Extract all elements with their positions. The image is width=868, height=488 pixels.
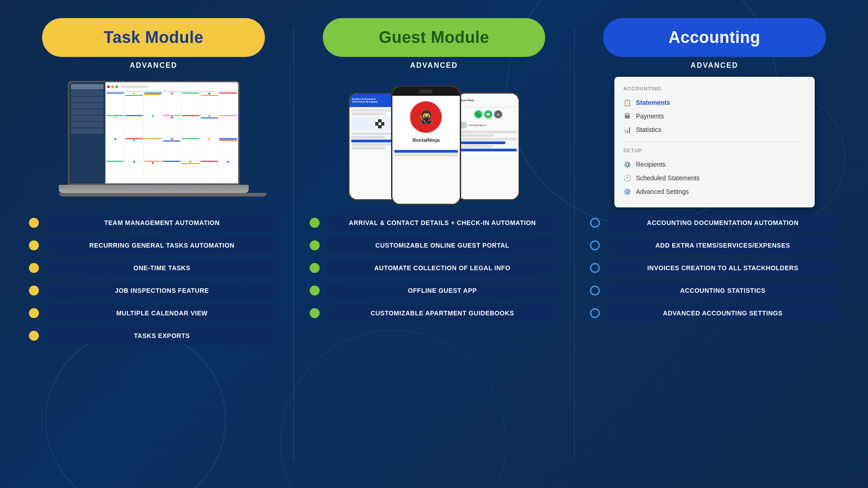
phone-right: Boat Tiffanie 📞 💬 M The Ninja Agency (457, 92, 520, 201)
acc-menu-advanced: ⚙️ Advanced Settings (623, 185, 806, 198)
cal-cell (181, 115, 200, 137)
feature-dot-3 (29, 263, 39, 273)
icon-phone: 📞 (474, 110, 482, 118)
acc-feature-bar-3: INVOICES CREATION TO ALL STACKHOLDERS (607, 259, 839, 277)
cal-sidebar-item (71, 97, 104, 102)
accounting-section2-title: SETUP (623, 148, 806, 153)
acc-feature-dot-3 (590, 263, 600, 273)
feature-dot-4 (29, 286, 39, 296)
guest-module-screenshot: Detalles de Entrada &Información de Lleg… (316, 79, 552, 205)
acc-feature-item-5: ADVANCED ACCOUNTING SETTINGS (590, 305, 839, 322)
feature-dot-6 (29, 331, 39, 341)
task-module-badge: Task Module (42, 18, 264, 57)
advanced-icon: ⚙️ (623, 188, 632, 196)
acc-menu-scheduled: 🕐 Scheduled Statements (623, 171, 806, 185)
guest-module-features: ARRIVAL & CONTACT DETAILS + CHECK-IN AUT… (310, 214, 558, 322)
icon-chat: 💬 (484, 110, 492, 118)
cal-main (105, 82, 238, 183)
task-module-screenshot (36, 79, 271, 205)
phone-left-header-text: Detalles de Entrada &Información de Lleg… (352, 98, 377, 103)
phone-center-notch (392, 87, 460, 96)
notch (419, 89, 433, 93)
cal-cell (162, 92, 181, 114)
cal-cell (125, 92, 143, 114)
acc-payments-label: Payments (636, 113, 664, 120)
cal-cell (144, 115, 162, 137)
phone-qr-code (375, 119, 384, 128)
laptop-base-bottom (59, 193, 267, 197)
phone-line (351, 136, 386, 139)
cal-cell (200, 160, 219, 183)
phone-line-blue (460, 149, 517, 151)
task-module-features: TEAM MANAGEMENT AUTOMATION RECURRING GEN… (29, 214, 278, 344)
acc-menu-payments: 🏛 Payments (623, 109, 806, 123)
acc-scheduled-label: Scheduled Statements (636, 174, 700, 182)
feature-bar-2: RECURRING GENERAL TASKS AUTOMATION (46, 237, 278, 254)
phone-line (460, 145, 494, 148)
cal-sidebar-item (71, 128, 104, 134)
ninja-logo: 🥷 (410, 101, 442, 133)
guest-feature-bar-5: CUSTOMIZABLE APARTMENT GUIDEBOOKS (326, 305, 558, 322)
cal-cell (144, 160, 162, 183)
guest-feature-label-5: CUSTOMIZABLE APARTMENT GUIDEBOOKS (371, 310, 514, 317)
acc-feature-label-1: ACCOUNTING DOCUMENTATION AUTOMATION (647, 219, 799, 226)
guest-feature-item-4: OFFLINE GUEST APP (310, 282, 558, 299)
guest-feature-bar-3: AUTOMATE COLLECTION OF LEGAL INFO (326, 259, 558, 277)
acc-feature-bar-5: ADVANCED ACCOUNTING SETTINGS (607, 305, 839, 322)
acc-feature-item-3: INVOICES CREATION TO ALL STACKHOLDERS (590, 259, 839, 277)
phone-right-header: Boat Tiffanie (458, 94, 519, 107)
phone-right-title: Boat Tiffanie (461, 99, 474, 102)
guest-module-advanced: ADVANCED (410, 61, 458, 70)
acc-divider (623, 142, 806, 142)
phone-line-blue (394, 150, 458, 153)
acc-feature-bar-2: ADD EXTRA ITEMS/SERVICES/EXPENSES (607, 237, 839, 254)
acc-feature-dot-4 (590, 286, 600, 296)
cal-cell (125, 160, 143, 183)
guest-feature-dot-5 (310, 308, 320, 318)
payments-icon: 🏛 (623, 112, 632, 120)
accounting-badge: Accounting (603, 18, 826, 57)
feature-label-6: TASKS EXPORTS (134, 332, 190, 339)
cal-cell (200, 92, 219, 114)
column-accounting: Accounting ADVANCED ACCOUNTING 📋 Stateme… (584, 18, 845, 470)
guest-feature-item-1: ARRIVAL & CONTACT DETAILS + CHECK-IN AUT… (310, 214, 558, 231)
acc-feature-label-5: ADVANCED ACCOUNTING SETTINGS (663, 310, 783, 317)
calendar-ui (69, 82, 238, 183)
acc-statements-label: Statements (636, 99, 670, 106)
guest-feature-dot-1 (310, 218, 320, 228)
cal-sidebar (69, 82, 105, 183)
phone-line (351, 113, 386, 115)
cal-header (105, 82, 238, 91)
cal-cell (181, 138, 200, 160)
feature-bar-4: JOB INSPECTIONS FEATURE (46, 282, 278, 299)
phone-right-screen: Boat Tiffanie 📞 💬 M The Ninja Agency (458, 94, 519, 199)
phone-right-body: 📞 💬 M The Ninja Agency (458, 107, 519, 199)
cal-grid (105, 91, 238, 183)
guest-module-badge: Guest Module (323, 18, 545, 57)
cal-dot-yellow (111, 85, 114, 88)
cal-cell (219, 138, 237, 160)
guest-feature-bar-1: ARRIVAL & CONTACT DETAILS + CHECK-IN AUT… (326, 214, 558, 231)
phone-center-body (392, 148, 460, 204)
cal-sidebar-item (71, 116, 104, 121)
feature-dot-1 (29, 218, 39, 228)
cal-sidebar-item (71, 109, 104, 115)
guest-feature-dot-2 (310, 240, 320, 250)
cal-sidebar-item (71, 103, 104, 108)
cal-cell (181, 92, 200, 114)
acc-advanced-label: Advanced Settings (636, 188, 689, 195)
guest-feature-bar-2: CUSTOMIZABLE ONLINE GUEST PORTAL (326, 237, 558, 254)
guest-feature-item-2: CUSTOMIZABLE ONLINE GUEST PORTAL (310, 237, 558, 254)
acc-menu-statements: 📋 Statements (623, 96, 806, 109)
phone-line (460, 138, 517, 141)
feature-label-1: TEAM MANAGEMENT AUTOMATION (104, 219, 219, 226)
acc-recipients-label: Recipients (636, 161, 665, 168)
phone-right-icons: 📞 💬 M (460, 110, 517, 118)
column-guest-module: Guest Module ADVANCED Detalles de Entrad… (303, 18, 565, 470)
acc-feature-dot-1 (590, 218, 600, 228)
phone-center-screen: 🥷 RentalNinja (392, 87, 460, 204)
cal-cell (144, 92, 162, 114)
cal-cell (106, 138, 125, 160)
cal-cell (125, 115, 143, 137)
statements-icon: 📋 (623, 99, 632, 107)
